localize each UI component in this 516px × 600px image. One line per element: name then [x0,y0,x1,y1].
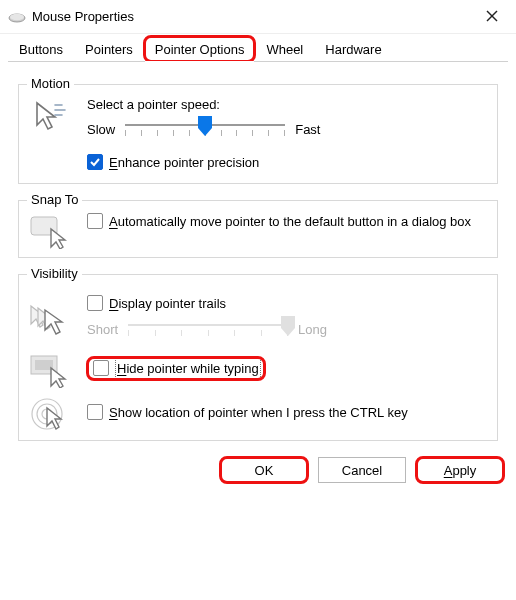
tab-pointer-options[interactable]: Pointer Options [144,36,256,62]
pointer-trails-icon [29,302,69,334]
tab-strip: Buttons Pointers Pointer Options Wheel H… [0,34,516,62]
apply-button[interactable]: Apply [416,457,504,483]
motion-heading: Select a pointer speed: [87,97,487,112]
ctrl-locate-checkbox[interactable] [87,404,103,420]
trails-short-label: Short [87,322,118,337]
group-snap-to: Snap To Automatically move pointer to th… [18,200,498,258]
snap-to-label[interactable]: Automatically move pointer to the defaul… [109,213,471,230]
mouse-icon [8,11,26,23]
titlebar: Mouse Properties [0,0,516,34]
cancel-button[interactable]: Cancel [318,457,406,483]
display-trails-label[interactable]: Display pointer trails [109,295,226,312]
hide-pointer-label[interactable]: Hide pointer while typing [117,360,259,377]
trails-track [128,318,288,340]
cursor-speed-icon [29,97,69,129]
tab-underline [8,61,508,62]
close-icon [486,10,498,22]
hide-pointer-row[interactable]: Hide pointer while typing [87,357,265,380]
enhance-precision-checkbox[interactable] [87,154,103,170]
display-trails-checkbox[interactable] [87,295,103,311]
group-motion: Motion Select a pointer speed: Slow [18,84,498,184]
trails-long-label: Long [298,322,327,337]
snap-to-icon [29,213,69,245]
group-visibility-title: Visibility [27,266,82,281]
ctrl-locate-label[interactable]: Show location of pointer when I press th… [109,404,408,421]
speed-track[interactable] [125,118,285,140]
enhance-precision-label[interactable]: Enhance pointer precision [109,154,259,171]
pointer-speed-slider[interactable]: Slow Fast [87,118,487,140]
ctrl-locate-icon [29,396,69,428]
tab-hardware[interactable]: Hardware [314,36,392,62]
group-motion-title: Motion [27,76,74,91]
close-button[interactable] [476,8,508,26]
snap-to-checkbox[interactable] [87,213,103,229]
hide-pointer-checkbox[interactable] [93,360,109,376]
speed-fast-label: Fast [295,122,320,137]
svg-point-1 [10,13,24,19]
speed-slow-label: Slow [87,122,115,137]
tab-pointers[interactable]: Pointers [74,36,144,62]
trails-thumb [281,316,295,339]
hide-typing-icon [29,352,69,384]
tab-panel-pointer-options: Motion Select a pointer speed: Slow [0,62,516,449]
ok-button[interactable]: OK [220,457,308,483]
speed-thumb[interactable] [198,116,212,139]
group-snap-title: Snap To [27,192,82,207]
dialog-buttons: OK Cancel Apply [0,449,516,493]
tab-wheel[interactable]: Wheel [255,36,314,62]
group-visibility: Visibility [18,274,498,441]
tab-buttons[interactable]: Buttons [8,36,74,62]
trails-length-slider: Short Long [87,318,487,340]
window-title: Mouse Properties [32,9,476,24]
